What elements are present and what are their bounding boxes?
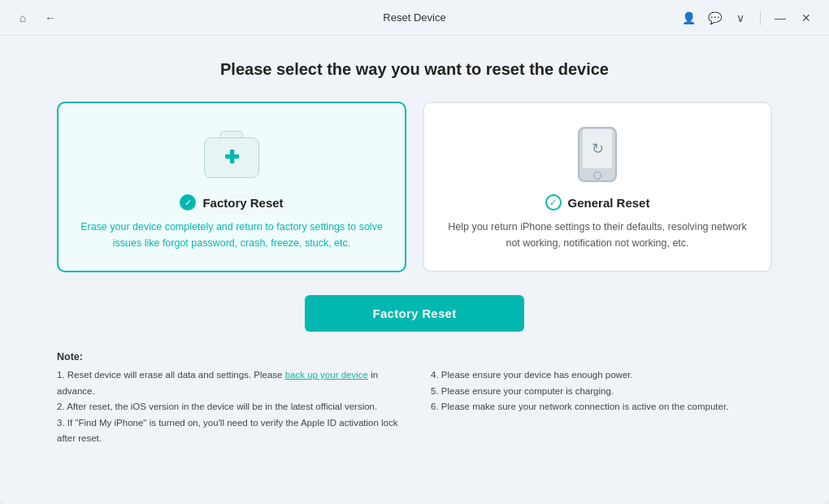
back-icon[interactable]: ← <box>41 8 60 28</box>
note-item-2: 2. After reset, the iOS version in the d… <box>57 399 398 415</box>
notes-col-1: 1. Reset device will erase all data and … <box>57 367 398 447</box>
phone-screen: ↻ <box>583 129 612 168</box>
notes-section: Note: 1. Reset device will erase all dat… <box>57 351 772 447</box>
kit-cross-symbol: ✚ <box>224 149 239 167</box>
minimize-icon[interactable]: — <box>770 8 790 28</box>
factory-reset-desc: Erase your device completely and return … <box>78 219 385 251</box>
chevron-down-icon[interactable]: ∨ <box>731 8 750 28</box>
kit-icon: ✚ <box>203 131 260 178</box>
factory-reset-icon-wrapper: ✚ <box>199 126 264 183</box>
kit-body: ✚ <box>204 137 259 178</box>
close-icon[interactable]: ✕ <box>796 8 816 28</box>
factory-reset-check: ✓ <box>180 194 196 211</box>
note-item-3: 3. If "Find My iPhone" is turned on, you… <box>57 415 398 447</box>
factory-reset-card[interactable]: ✚ ✓ Factory Reset Erase your device comp… <box>57 102 406 272</box>
card-row: ✚ ✓ Factory Reset Erase your device comp… <box>57 102 772 272</box>
notes-columns: 1. Reset device will erase all data and … <box>57 367 772 447</box>
titlebar-divider <box>760 11 761 25</box>
general-reset-icon-wrapper: ↻ <box>565 126 630 183</box>
general-reset-card[interactable]: ↻ ✓ General Reset Help you return iPhone… <box>423 102 772 272</box>
page-title: Please select the way you want to reset … <box>220 60 609 79</box>
chat-icon[interactable]: 💬 <box>705 8 724 28</box>
note-item-4: 4. Please ensure your device has enough … <box>431 367 772 384</box>
general-reset-label-row: ✓ General Reset <box>545 194 650 211</box>
note-item-5: 5. Please ensure your computer is chargi… <box>431 384 772 400</box>
titlebar-left: ⌂ ← <box>13 8 60 28</box>
main-content: Please select the way you want to reset … <box>0 36 829 504</box>
titlebar-right: 👤 💬 ∨ — ✕ <box>679 8 816 28</box>
user-icon[interactable]: 👤 <box>679 8 698 28</box>
window-title: Reset Device <box>383 11 445 24</box>
backup-link[interactable]: back up your device <box>285 370 368 380</box>
refresh-symbol: ↻ <box>592 140 604 158</box>
phone-home-button <box>593 172 601 180</box>
general-reset-check: ✓ <box>545 194 562 211</box>
general-reset-title: General Reset <box>568 196 650 210</box>
notes-col-2: 4. Please ensure your device has enough … <box>431 367 772 447</box>
titlebar: ⌂ ← Reset Device 👤 💬 ∨ — ✕ <box>0 0 829 36</box>
phone-icon: ↻ <box>578 127 617 182</box>
notes-label: Note: <box>57 351 772 363</box>
home-icon[interactable]: ⌂ <box>13 8 33 28</box>
note-item-1: 1. Reset device will erase all data and … <box>57 367 398 399</box>
note-item-6: 6. Please make sure your network connect… <box>431 399 772 415</box>
factory-reset-button[interactable]: Factory Reset <box>305 295 524 332</box>
factory-reset-label-row: ✓ Factory Reset <box>180 194 283 211</box>
factory-reset-title: Factory Reset <box>202 196 283 210</box>
general-reset-desc: Help you return iPhone settings to their… <box>444 219 751 251</box>
